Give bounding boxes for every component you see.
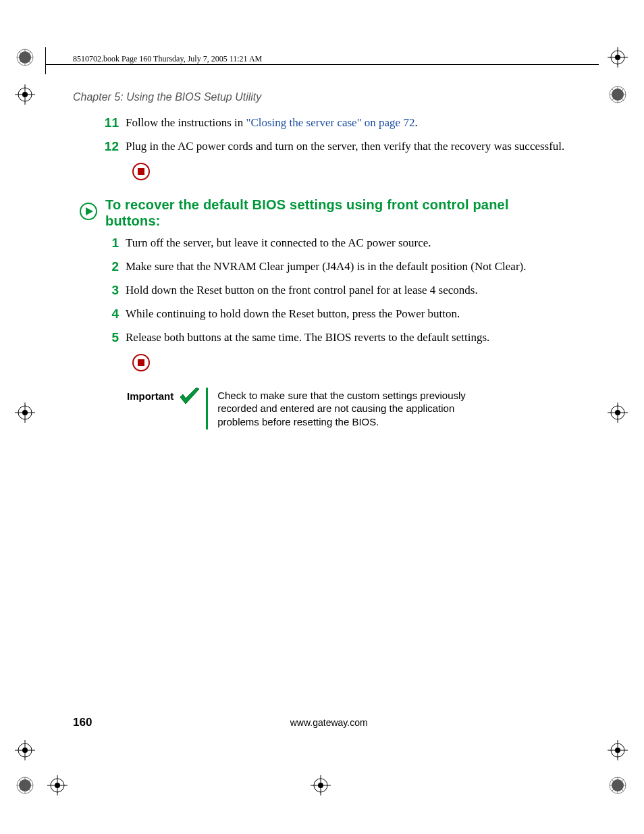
step-text: Turn off the server, but leave it connec… — [126, 236, 431, 251]
svg-rect-61 — [138, 359, 144, 366]
callout-divider — [206, 388, 208, 430]
cross-reference-link[interactable]: "Closing the server case" on page 72 — [246, 116, 415, 129]
reg-mark-icon — [608, 402, 628, 423]
step-number: 4 — [100, 307, 119, 321]
reg-mark-icon — [608, 84, 628, 105]
file-header: 8510702.book Page 160 Thursday, July 7, … — [73, 54, 262, 64]
play-icon — [80, 203, 97, 223]
step-text: Plug in the AC power cords and turn on t… — [126, 139, 564, 155]
list-item: 12 Plug in the AC power cords and turn o… — [100, 139, 566, 155]
reg-mark-icon — [15, 84, 35, 105]
reg-mark-icon — [608, 47, 628, 68]
step-number: 3 — [100, 283, 119, 298]
end-procedure-icon — [132, 354, 566, 371]
svg-marker-59 — [86, 207, 93, 215]
list-item: 11 Follow the instructions in "Closing t… — [100, 115, 566, 131]
checkmark-icon — [179, 388, 200, 411]
list-item: 1Turn off the server, but leave it conne… — [100, 236, 566, 251]
procedure-heading: To recover the default BIOS settings usi… — [105, 197, 566, 229]
reg-mark-icon — [15, 740, 35, 760]
continuation-steps: 11 Follow the instructions in "Closing t… — [73, 115, 566, 155]
reg-mark-icon — [311, 775, 331, 796]
step-text: Follow the instructions in "Closing the … — [126, 115, 418, 131]
svg-rect-57 — [138, 168, 144, 175]
reg-mark-icon — [47, 775, 68, 796]
list-item: 5Release both buttons at the same time. … — [100, 330, 566, 346]
reg-mark-icon — [15, 402, 35, 423]
step-text: Release both buttons at the same time. T… — [126, 330, 489, 346]
reg-mark-icon — [15, 47, 35, 68]
chapter-title: Chapter 5: Using the BIOS Setup Utility — [73, 91, 566, 103]
svg-point-19 — [612, 88, 624, 101]
reg-mark-icon — [608, 775, 628, 796]
important-label: Important — [127, 388, 173, 402]
step-number: 5 — [100, 330, 119, 345]
important-callout: Important Check to make sure that the cu… — [127, 388, 566, 430]
svg-point-55 — [612, 779, 624, 791]
svg-marker-62 — [180, 388, 199, 404]
page-number: 160 — [73, 716, 92, 729]
step-text: While continuing to hold down the Reset … — [126, 307, 460, 322]
svg-point-37 — [19, 779, 31, 791]
reg-mark-icon — [15, 775, 35, 796]
step-number: 1 — [100, 236, 119, 251]
step-number: 12 — [100, 139, 119, 154]
list-item: 3Hold down the Reset button on the front… — [100, 283, 566, 298]
procedure-steps: 1Turn off the server, but leave it conne… — [73, 236, 566, 346]
step-number: 2 — [100, 259, 119, 274]
footer-url: www.gateway.com — [290, 717, 368, 728]
reg-mark-icon — [608, 740, 628, 760]
list-item: 2Make sure that the NVRAM Clear jumper (… — [100, 259, 566, 275]
step-text: Make sure that the NVRAM Clear jumper (J… — [126, 259, 526, 275]
step-number: 11 — [100, 115, 119, 130]
end-procedure-icon — [132, 163, 566, 180]
svg-point-5 — [19, 51, 31, 63]
step-text: Hold down the Reset button on the front … — [126, 283, 478, 298]
list-item: 4While continuing to hold down the Reset… — [100, 307, 566, 322]
important-text: Check to make sure that the custom setti… — [217, 388, 494, 430]
